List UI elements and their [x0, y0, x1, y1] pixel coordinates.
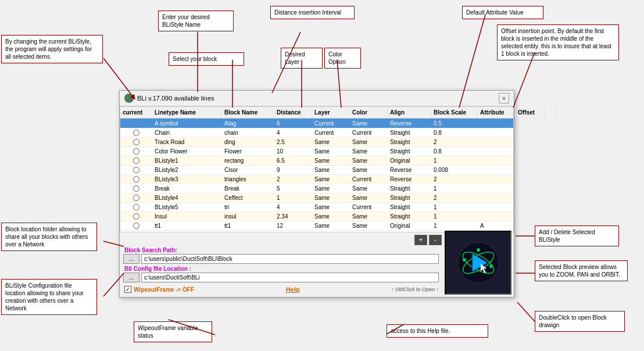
row-radio[interactable] — [120, 156, 152, 165]
row-linetype: Track Road — [152, 138, 222, 146]
row-linetype: Chain — [152, 128, 222, 137]
wipeout-checkbox[interactable] — [124, 286, 131, 293]
table-row[interactable]: BListyle5tri4SameCurrentStraight1 — [120, 203, 513, 212]
row-scale: 1 — [431, 203, 478, 212]
row-layer: Same — [312, 221, 350, 230]
row-radio[interactable] — [120, 175, 152, 184]
dialog-titlebar: BLi v.17.090 available lines × — [120, 91, 514, 106]
row-radio[interactable] — [120, 221, 152, 230]
row-color: Current — [350, 128, 388, 137]
row-scale: 1 — [431, 184, 478, 193]
row-scale: 1 — [431, 156, 478, 165]
help-link[interactable]: Help — [286, 286, 300, 293]
row-radio[interactable] — [120, 203, 152, 212]
row-layer: Current — [312, 128, 350, 137]
delete-blistyle-button[interactable]: - — [429, 235, 442, 245]
col-align: Align — [388, 108, 431, 117]
row-radio[interactable] — [120, 147, 152, 156]
row-radio[interactable] — [120, 212, 152, 221]
dialog-title-section: BLi v.17.090 available lines — [124, 94, 214, 103]
row-layer: Same — [312, 175, 350, 184]
col-block: Block Name — [222, 108, 274, 117]
table-row[interactable]: BreakBreak5SameSameStraight1 — [120, 184, 513, 194]
col-blockscale: Block Scale — [431, 108, 478, 117]
dialog-close-button[interactable]: × — [499, 93, 509, 103]
row-color: Same — [350, 147, 388, 156]
row-linetype: BListyle1 — [152, 156, 222, 165]
row-align: Straight — [388, 203, 431, 212]
table-row[interactable]: Chainchain4CurrentCurrentStraight0.8 — [120, 128, 513, 138]
row-align: Straight — [388, 138, 431, 146]
row-color: Same — [350, 119, 388, 128]
row-linetype: A symbol — [152, 119, 222, 128]
browse-block-path-button[interactable]: ... — [123, 254, 139, 264]
table-row[interactable]: BListyle4Ceffect1SameSameStraight2 — [120, 194, 513, 203]
row-attribute — [478, 206, 513, 209]
row-distance: 4 — [274, 128, 312, 137]
col-attribute: Attribute — [478, 108, 516, 117]
table-row[interactable]: tt1tt112SameSameOriginal1A8 — [120, 221, 513, 231]
row-linetype: Break — [152, 184, 222, 193]
wipeout-checkbox-row: WipeoutFrame -> OFF — [124, 286, 194, 293]
row-align: Straight — [388, 194, 431, 202]
row-align: Straight — [388, 184, 431, 193]
col-layer: Layer — [312, 108, 350, 117]
config-path-input[interactable] — [141, 273, 439, 282]
table-row[interactable]: BListyle3triangles2SameCurrentReverse2 — [120, 175, 513, 184]
row-layer: Same — [312, 166, 350, 174]
row-align: Reverse — [388, 119, 431, 128]
row-radio[interactable] — [120, 138, 152, 146]
row-color: Same — [350, 138, 388, 146]
annotation-changing-blistyle: By changing the current BLiStyle, the pr… — [1, 35, 103, 63]
dblclick-label: ↑ DblClick to Open ↑ — [391, 286, 439, 292]
row-linetype: Color Flower — [152, 147, 222, 156]
row-block: Flower — [222, 147, 274, 156]
row-distance: 4 — [274, 203, 312, 212]
row-radio[interactable] — [120, 119, 152, 128]
annotation-dblclick-open: DoubleClick to open Block drawign — [535, 311, 625, 332]
row-linetype: Insul — [152, 212, 222, 221]
row-attribute — [478, 178, 513, 181]
table-row[interactable]: BListyle1rectang6.5SameSameOriginal1 — [120, 156, 513, 166]
annotation-desired-layer: Desired Layer — [281, 48, 323, 69]
block-search-path-input[interactable] — [141, 254, 439, 264]
table-row[interactable]: Insulinsul2.34SameSameStraight1 — [120, 212, 513, 221]
row-color: Current — [350, 203, 388, 212]
row-block: rectang — [222, 156, 274, 165]
row-attribute — [478, 216, 513, 218]
row-scale: 1 — [431, 212, 478, 221]
annotation-add-delete: Add / Delete Selected BLiStyle — [535, 225, 619, 246]
row-attribute — [478, 122, 513, 124]
row-linetype: BListyle5 — [152, 203, 222, 212]
row-attribute — [478, 132, 513, 134]
dialog-app-icon — [124, 94, 134, 103]
row-color: Same — [350, 184, 388, 193]
row-align: Straight — [388, 128, 431, 137]
row-scale: 0.8 — [431, 147, 478, 156]
table-row[interactable]: Track Roadding2.5SameSameStraight2 — [120, 138, 513, 147]
row-linetype: BListyle4 — [152, 194, 222, 202]
main-dialog: BLi v.17.090 available lines × current L… — [119, 90, 514, 298]
svg-point-5 — [477, 248, 480, 252]
row-distance: 5 — [274, 184, 312, 193]
row-align: Original — [388, 156, 431, 165]
block-preview-area[interactable] — [445, 231, 511, 295]
annotation-distance-interval: Distance insertion Interval — [270, 6, 355, 19]
row-distance: 2 — [274, 175, 312, 184]
browse-config-path-button[interactable]: ... — [123, 273, 139, 282]
row-scale: 1 — [431, 221, 478, 230]
row-radio[interactable] — [120, 166, 152, 174]
annotation-default-attr: Default Attribute Value — [462, 6, 543, 19]
row-radio[interactable] — [120, 128, 152, 137]
add-blistyle-button[interactable]: + — [414, 235, 427, 245]
row-scale: 2 — [431, 194, 478, 202]
row-distance: 2.5 — [274, 138, 312, 146]
table-row[interactable]: A symbolAtag6CurrentSameReverse0.5 — [120, 119, 513, 128]
row-radio[interactable] — [120, 194, 152, 202]
col-current: current — [120, 108, 152, 117]
col-linetype: Linetype Name — [152, 108, 222, 117]
row-block: Break — [222, 184, 274, 193]
table-row[interactable]: Color FlowerFlower10SameSameStraight0.8 — [120, 147, 513, 156]
table-row[interactable]: BListyle2Cisor9SameSameReverse0.008 — [120, 166, 513, 175]
row-radio[interactable] — [120, 184, 152, 193]
